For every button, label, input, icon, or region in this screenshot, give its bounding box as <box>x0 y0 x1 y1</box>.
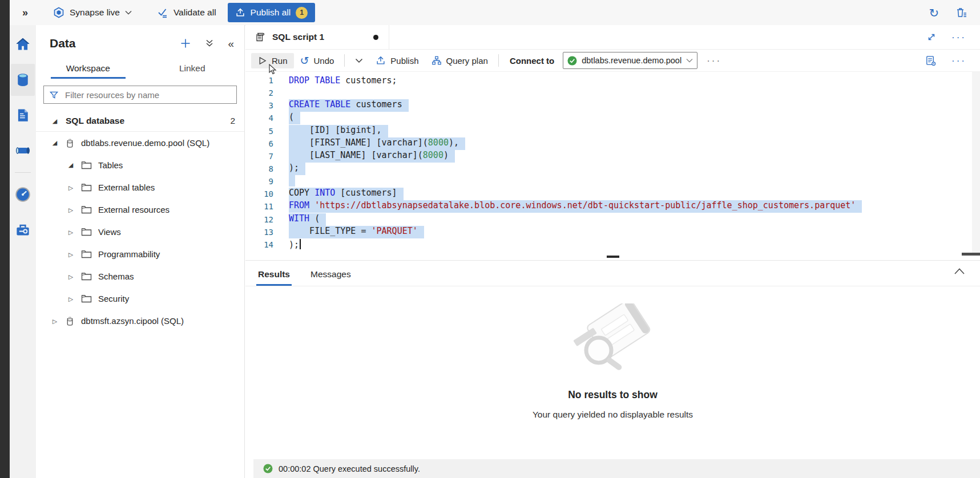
filter-box[interactable] <box>43 86 237 104</box>
nav-data-button[interactable] <box>11 64 35 96</box>
code-line-1[interactable]: 1DROP TABLE customers; <box>245 74 980 87</box>
tree-root-sql-database[interactable]: ◢ SQL database 2 <box>36 111 244 132</box>
tree-node-schemas[interactable]: ▷Schemas <box>36 265 244 287</box>
selection-highlight <box>289 174 295 187</box>
line-number[interactable]: 6 <box>245 139 289 148</box>
sql-code-editor[interactable]: 1DROP TABLE customers;23CREATE TABLE cus… <box>245 72 980 256</box>
editor-scrollbar[interactable] <box>972 72 980 256</box>
pool-select-dropdown[interactable]: dbtlabs.revenue.demo.pool <box>563 52 697 69</box>
undo-button[interactable]: ↺ Undo <box>294 52 341 69</box>
line-number[interactable]: 2 <box>245 88 289 98</box>
line-number[interactable]: 13 <box>245 228 289 237</box>
tab-messages[interactable]: Messages <box>310 269 351 286</box>
splitter-drag-handle[interactable] <box>607 256 619 258</box>
publish-all-button[interactable]: Publish all 1 <box>228 3 316 22</box>
line-number[interactable]: 14 <box>245 240 289 249</box>
run-button[interactable]: Run <box>251 53 294 68</box>
code-line-2[interactable]: 2 <box>245 87 980 99</box>
tree-node-programmability[interactable]: ▷Programmability <box>36 243 244 265</box>
collapse-node-icon[interactable]: ◢ <box>67 161 75 169</box>
expand-editor-icon[interactable] <box>926 32 937 42</box>
collapse-panel-icon[interactable]: « <box>228 38 234 49</box>
code-line-7[interactable]: 7 [LAST_NAME] [varchar](8000) <box>245 150 980 163</box>
expand-node-icon[interactable]: ▷ <box>67 184 75 191</box>
nav-monitor-button[interactable] <box>11 179 35 210</box>
nav-develop-button[interactable] <box>11 99 35 131</box>
query-plan-button[interactable]: Query plan <box>425 52 494 68</box>
collapse-node-icon[interactable]: ◢ <box>51 118 59 125</box>
line-number[interactable]: 1 <box>245 76 289 85</box>
code-line-4[interactable]: 4( <box>245 112 980 124</box>
add-resource-icon[interactable] <box>180 38 191 49</box>
tree-node-views[interactable]: ▷Views <box>36 221 244 243</box>
more-actions-icon[interactable]: ··· <box>951 33 966 42</box>
tree-node-external-tables[interactable]: ▷External tables <box>36 176 244 199</box>
connect-to-label: Connect to <box>510 56 554 66</box>
line-number[interactable]: 11 <box>245 202 289 211</box>
tab-results[interactable]: Results <box>258 269 290 286</box>
folder-icon <box>81 272 92 281</box>
run-options-chevron[interactable] <box>349 55 369 66</box>
expand-node-icon[interactable]: ▷ <box>67 229 75 236</box>
expand-node-icon[interactable]: ▷ <box>51 318 59 325</box>
top-command-bar: » Synapse live Validate all Publish all … <box>10 0 980 26</box>
results-splitter[interactable] <box>245 256 980 261</box>
collapse-results-chevron-icon[interactable] <box>954 268 965 275</box>
code-line-9[interactable]: 9 <box>245 175 980 188</box>
properties-icon[interactable] <box>925 55 937 67</box>
toolbar-overflow-icon[interactable]: ··· <box>707 56 721 66</box>
mode-selector[interactable]: Synapse live <box>53 7 132 18</box>
tree-node-tables[interactable]: ◢Tables <box>36 154 244 176</box>
code-line-12[interactable]: 12WITH ( <box>245 213 980 226</box>
tree-node-dbtmsft-azsyn-cipool-sql[interactable]: ▷dbtmsft.azsyn.cipool (SQL) <box>36 310 244 332</box>
data-explorer-panel: Data « Workspace Linked ◢ SQL dat <box>36 25 245 478</box>
line-number[interactable]: 10 <box>245 189 289 199</box>
code-line-14[interactable]: 14); <box>245 238 980 251</box>
expand-node-icon[interactable]: ▷ <box>67 251 75 258</box>
code-line-3[interactable]: 3CREATE TABLE customers <box>245 99 980 112</box>
expand-node-icon[interactable]: ▷ <box>67 273 75 280</box>
nav-home-button[interactable] <box>11 29 35 60</box>
line-number[interactable]: 7 <box>245 152 289 161</box>
tree-node-external-resources[interactable]: ▷External resources <box>36 199 244 221</box>
line-number[interactable]: 3 <box>245 101 289 110</box>
line-number[interactable]: 12 <box>245 215 289 224</box>
expand-node-icon[interactable]: ▷ <box>67 206 75 213</box>
code-line-10[interactable]: 10COPY INTO [customers] <box>245 188 980 200</box>
expand-node-icon[interactable]: ▷ <box>67 295 75 302</box>
double-chevron-down-icon[interactable] <box>205 39 214 48</box>
tree-node-security[interactable]: ▷Security <box>36 287 244 310</box>
line-number[interactable]: 9 <box>245 177 289 186</box>
validate-all-button[interactable]: Validate all <box>157 7 216 18</box>
line-number[interactable]: 4 <box>245 114 289 123</box>
pipeline-icon <box>14 142 31 159</box>
publish-button[interactable]: Publish <box>369 52 425 68</box>
play-icon <box>257 56 267 66</box>
empty-title: No results to show <box>568 389 658 401</box>
discard-all-icon[interactable] <box>955 6 967 19</box>
tab-sql-script-1[interactable]: SQL script 1 <box>245 25 389 49</box>
code-line-6[interactable]: 6 [FIRST_NAME] [varchar](8000), <box>245 137 980 150</box>
expand-menu-chevrons-icon[interactable]: » <box>22 7 28 19</box>
nav-integrate-button[interactable] <box>11 135 35 167</box>
line-number[interactable]: 8 <box>245 164 289 173</box>
code-line-5[interactable]: 5 [ID] [bigint], <box>245 125 980 137</box>
toolbox-icon <box>14 221 31 238</box>
collapse-node-icon[interactable]: ◢ <box>51 139 59 147</box>
scrollbar-handle[interactable] <box>962 253 980 256</box>
editor-tab-bar: SQL script 1 ··· <box>245 25 980 50</box>
tree-node-dbtlabs-revenue-demo-pool-sql[interactable]: ◢dbtlabs.revenue.demo.pool (SQL) <box>36 132 244 154</box>
nav-manage-button[interactable] <box>11 214 35 246</box>
refresh-icon[interactable]: ↻ <box>929 7 939 19</box>
tab-workspace[interactable]: Workspace <box>36 58 140 79</box>
tab-linked[interactable]: Linked <box>140 58 245 79</box>
code-line-8[interactable]: 8); <box>245 163 980 175</box>
resource-tree-nodes: ◢dbtlabs.revenue.demo.pool (SQL)◢Tables▷… <box>36 132 244 332</box>
code-line-11[interactable]: 11FROM 'https://dbtlabsynapsedatalake.bl… <box>245 200 980 213</box>
undo-icon: ↺ <box>300 55 309 66</box>
editor-more-icon[interactable]: ··· <box>951 56 966 66</box>
code-line-13[interactable]: 13 FILE_TYPE = 'PARQUET' <box>245 226 980 238</box>
tree-root-count: 2 <box>230 116 235 126</box>
line-number[interactable]: 5 <box>245 127 289 136</box>
filter-resources-input[interactable] <box>64 90 231 100</box>
